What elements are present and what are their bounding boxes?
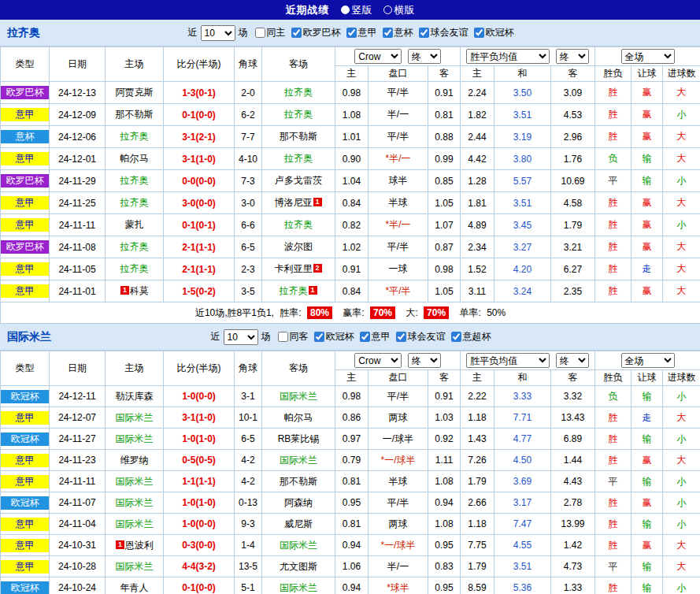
- match-row: 意甲24-12-07国际米兰3-1(1-0)10-1帕尔马0.86两球1.031…: [1, 407, 700, 429]
- competition-filter-checkbox[interactable]: [291, 28, 302, 38]
- match-count-select[interactable]: 10: [224, 329, 258, 345]
- competition-filter-checkbox[interactable]: [314, 332, 324, 342]
- away-team: 拉齐奥1: [262, 280, 335, 303]
- same-venue[interactable]: 同主: [255, 26, 286, 39]
- result-handicap: 赢: [631, 535, 663, 556]
- away-team: 拉齐奥: [262, 148, 335, 170]
- radio-icon[interactable]: [341, 6, 350, 14]
- competition-filter[interactable]: 意超杯: [451, 330, 491, 343]
- match-type: 意甲: [1, 407, 50, 429]
- asian-away-odds: 0.81: [428, 104, 461, 126]
- asian-away-odds: 0.88: [428, 126, 461, 148]
- euro-draw-odds: 3.51: [494, 556, 551, 577]
- result-outcome: 胜: [595, 104, 631, 126]
- same-venue-checkbox[interactable]: [255, 28, 265, 38]
- home-team: 拉齐奥: [106, 126, 164, 148]
- match-row: 意甲24-11-05拉齐奥2-1(1-1)2-3卡利亚里20.91一球0.981…: [1, 258, 700, 280]
- scope-select[interactable]: 全场: [621, 49, 675, 64]
- competition-filter[interactable]: 意甲: [360, 330, 391, 343]
- score: 1-0(0-0): [164, 386, 235, 407]
- same-venue[interactable]: 同客: [278, 330, 309, 343]
- match-date: 24-11-07: [50, 492, 106, 514]
- competition-filter-checkbox[interactable]: [396, 332, 406, 342]
- over-rate-value: 70%: [424, 306, 449, 319]
- competition-filter-checkbox[interactable]: [383, 28, 393, 38]
- match-row: 意甲24-11-25拉齐奥3-0(0-0)3-0博洛尼亚10.84半球1.051…: [1, 192, 700, 214]
- match-date: 24-12-11: [50, 386, 106, 407]
- match-date: 24-11-29: [50, 170, 106, 192]
- result-scope-group: 全场: [595, 47, 700, 66]
- competition-filter-checkbox[interactable]: [451, 332, 461, 342]
- handicap: 两球: [369, 514, 428, 535]
- result-outcome: 平: [595, 471, 631, 492]
- competition-filter[interactable]: 球会友谊: [396, 330, 446, 343]
- asian-home-odds: 0.98: [335, 82, 369, 104]
- competition-filter[interactable]: 意杯: [383, 26, 413, 39]
- result-goals: 大: [663, 258, 700, 280]
- bookmaker-select[interactable]: Crow: [354, 353, 402, 368]
- competition-filter[interactable]: 欧罗巴杯: [291, 26, 341, 39]
- euro-draw-odds: 5.57: [494, 170, 551, 192]
- result-handicap: 输: [631, 386, 663, 407]
- euro-avg-select[interactable]: 胜平负均值: [466, 49, 550, 64]
- team-name-text: 那不勒斯: [280, 476, 317, 487]
- odds-stage-select-2[interactable]: 终: [556, 353, 589, 368]
- euro-home-odds: 2.24: [461, 82, 494, 104]
- euro-avg-select[interactable]: 胜平负均值: [466, 353, 550, 368]
- same-venue-checkbox[interactable]: [278, 332, 288, 342]
- competition-badge: 意杯: [1, 130, 49, 143]
- competition-filter-checkbox[interactable]: [474, 28, 484, 38]
- layout-option-horizontal[interactable]: 横版: [383, 3, 415, 17]
- odds-stage-select-2[interactable]: 终: [556, 49, 589, 64]
- handicap: 半/一: [369, 556, 428, 577]
- team-name-text: 国际米兰: [116, 561, 154, 572]
- scope-select[interactable]: 全场: [621, 353, 675, 368]
- euro-draw-odds: 3.51: [494, 104, 551, 126]
- corner-score: 2-0: [235, 82, 262, 104]
- result-scope-group: 全场: [595, 351, 700, 370]
- match-date: 24-12-01: [50, 148, 106, 170]
- match-row: 欧罗巴杯24-11-08拉齐奥2-1(1-1)6-5波尔图1.02平/半0.87…: [1, 236, 700, 258]
- competition-filter[interactable]: 欧冠杯: [474, 26, 514, 39]
- match-type: 意甲: [1, 471, 50, 492]
- odds-stage-select[interactable]: 终: [408, 353, 441, 368]
- odds-stage-select[interactable]: 终: [408, 49, 441, 64]
- competition-filter[interactable]: 意甲: [346, 26, 377, 39]
- match-date: 24-11-23: [50, 450, 106, 471]
- bookmaker-select[interactable]: Crow: [354, 49, 402, 64]
- euro-home-odds: 3.11: [461, 280, 494, 303]
- competition-badge: 欧罗巴杯: [1, 174, 49, 187]
- layout-option-vertical[interactable]: 竖版: [341, 3, 372, 17]
- sub-header-handicap: 盘口: [369, 370, 428, 386]
- score: 1-1(1-1): [164, 471, 235, 492]
- handicap: 平/半: [369, 82, 428, 104]
- checkbox-label: 同客: [290, 330, 309, 343]
- checkbox-label: 意杯: [394, 26, 413, 39]
- euro-away-odds: 2.96: [551, 126, 595, 148]
- corner-score: 10-1: [235, 407, 262, 429]
- team-name-text: 国际米兰: [280, 455, 317, 466]
- match-count-select[interactable]: 10: [201, 25, 235, 41]
- euro-draw-odds: 3.27: [494, 236, 551, 258]
- competition-filter[interactable]: 欧冠杯: [314, 330, 354, 343]
- competition-badge: 意甲: [1, 411, 49, 425]
- result-outcome: 胜: [595, 492, 631, 514]
- competition-filter[interactable]: 球会友谊: [419, 26, 469, 39]
- radio-icon[interactable]: [383, 6, 392, 14]
- lazio-match-table: 类型 日期 主场 比分(半场) 角球 客场 Crow 终 胜平负均值 终 全场: [0, 46, 700, 324]
- asian-home-odds: 0.98: [335, 386, 369, 407]
- competition-filter-checkbox[interactable]: [346, 28, 357, 38]
- asian-home-odds: 0.95: [335, 492, 369, 514]
- competition-badge: 意甲: [1, 518, 49, 531]
- competition-badge: 意甲: [1, 152, 49, 165]
- team-name-text: 阿森纳: [284, 497, 313, 508]
- team-name-text: 国际米兰: [116, 518, 154, 529]
- score: 3-1(1-0): [164, 407, 235, 429]
- result-handicap: 走: [631, 407, 663, 429]
- competition-filter-checkbox[interactable]: [360, 332, 370, 342]
- match-type: 意甲: [1, 514, 50, 535]
- team-name-text: 拉齐奥: [120, 197, 149, 208]
- corner-score: 13-5: [235, 556, 262, 577]
- competition-filter-checkbox[interactable]: [419, 28, 429, 38]
- team-name-text: 拉齐奥: [284, 109, 313, 120]
